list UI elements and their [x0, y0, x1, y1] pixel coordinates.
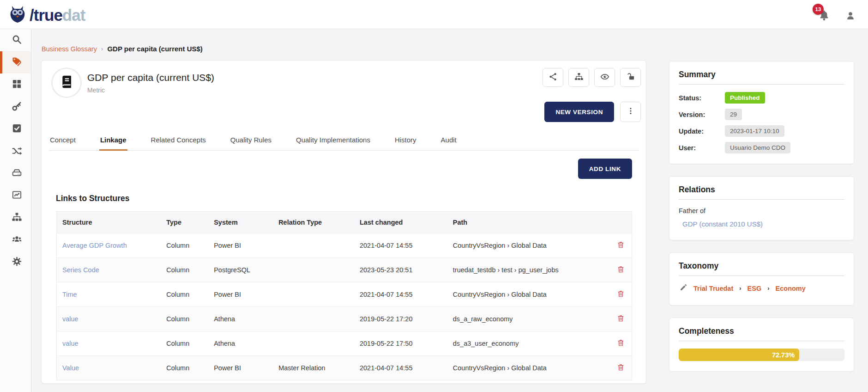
- nav-item-search[interactable]: [0, 29, 31, 51]
- share-button[interactable]: [542, 68, 563, 87]
- taxonomy-title: Taxonomy: [679, 261, 844, 276]
- table-row: Time Column Power BI 2021-04-07 14:55 Co…: [57, 282, 632, 307]
- notification-count-badge: 13: [813, 4, 824, 15]
- cell-type: Column: [161, 282, 208, 307]
- nav-item-quality[interactable]: [0, 118, 31, 140]
- watch-button[interactable]: [594, 68, 615, 87]
- nav-item-structures[interactable]: [0, 207, 31, 229]
- tab-history[interactable]: History: [394, 134, 417, 151]
- cell-type: Column: [161, 356, 208, 380]
- table-row: Series Code Column PostgreSQL 2023-05-23…: [57, 258, 632, 282]
- table-row: Average GDP Growth Column Power BI 2021-…: [57, 233, 632, 258]
- owl-logo-icon: [7, 3, 30, 27]
- left-nav-rail: [0, 29, 31, 392]
- nav-item-data-sources[interactable]: [0, 162, 31, 184]
- structure-link[interactable]: Value: [62, 364, 79, 372]
- delete-link-button[interactable]: [617, 314, 625, 324]
- share-icon: [549, 72, 558, 83]
- structure-link[interactable]: value: [62, 315, 78, 323]
- tab-linkage[interactable]: Linkage: [99, 134, 127, 151]
- delete-link-button[interactable]: [617, 338, 625, 349]
- col-actions: [611, 212, 632, 233]
- notifications-button[interactable]: 13: [818, 9, 832, 23]
- concept-title: GDP per capita (current US$): [87, 72, 214, 83]
- logo-text: /truedat: [30, 4, 85, 26]
- tab-quality-rules[interactable]: Quality Rules: [229, 134, 272, 151]
- shuffle-icon: [12, 145, 22, 158]
- truedat-logo[interactable]: /truedat: [7, 3, 85, 27]
- nav-item-access[interactable]: [0, 96, 31, 118]
- nav-item-users[interactable]: [0, 229, 31, 251]
- tab-audit[interactable]: Audit: [440, 134, 458, 151]
- book-icon: [59, 74, 74, 91]
- tab-quality-implementations[interactable]: Quality Implementations: [295, 134, 371, 151]
- concept-tabs: Concept Linkage Related Concepts Quality…: [49, 134, 639, 151]
- edit-taxonomy-button[interactable]: [680, 283, 687, 293]
- delete-link-button[interactable]: [617, 363, 625, 373]
- chart-line-icon: [12, 190, 22, 202]
- user-icon: [845, 15, 856, 23]
- version-badge: 29: [725, 109, 742, 120]
- user-label: User:: [679, 144, 725, 152]
- tab-concept[interactable]: Concept: [49, 134, 77, 151]
- trash-icon: [617, 244, 625, 251]
- user-badge: Usuario Demo CDO: [725, 142, 790, 153]
- relation-group-label: Father of: [679, 207, 844, 214]
- add-link-button[interactable]: ADD LINK: [578, 159, 632, 179]
- taxonomy-domain-link[interactable]: ESG: [747, 285, 762, 292]
- completeness-percent-label: 72.73%: [772, 351, 795, 359]
- user-menu-button[interactable]: [845, 10, 857, 22]
- completeness-progress-fill: 72.73%: [679, 349, 799, 361]
- cell-system: Athena: [208, 307, 273, 331]
- cell-relation-type: [273, 233, 354, 258]
- breadcrumb-parent-link[interactable]: Business Glossary: [42, 45, 97, 53]
- new-version-button[interactable]: NEW VERSION: [544, 102, 614, 122]
- cell-last-changed: 2019-05-22 17:50: [354, 331, 447, 356]
- cell-relation-type: [273, 307, 354, 331]
- structure-link[interactable]: Average GDP Growth: [62, 242, 127, 249]
- concept-avatar: [51, 67, 82, 98]
- nav-item-glossary[interactable]: [0, 51, 31, 74]
- confidential-toggle-button[interactable]: [620, 68, 641, 87]
- users-icon: [12, 234, 22, 246]
- taxonomy-separator: ›: [767, 285, 769, 292]
- nav-item-lineage[interactable]: [0, 140, 31, 162]
- cell-path: CountryVsRegion › Global Data: [447, 282, 612, 307]
- cell-type: Column: [161, 331, 208, 356]
- trash-icon: [617, 342, 625, 349]
- completeness-panel: Completeness 72.73%: [669, 318, 854, 372]
- cell-system: PostgreSQL: [208, 258, 273, 282]
- cell-last-changed: 2021-04-07 14:55: [354, 282, 447, 307]
- taxonomy-domain-link[interactable]: Trial Truedat: [693, 285, 733, 292]
- summary-panel: Summary Status: Published Version: 29 Up…: [669, 61, 854, 164]
- related-concept-link[interactable]: GDP (constant 2010 US$): [682, 220, 844, 228]
- col-path: Path: [447, 212, 612, 233]
- cell-path: truedat_testdb › test › pg_user_jobs: [447, 258, 612, 282]
- sitemap-icon: [574, 72, 584, 83]
- col-type: Type: [161, 212, 208, 233]
- nav-item-settings[interactable]: [0, 251, 31, 273]
- cell-system: Power BI: [208, 356, 273, 380]
- nav-item-analytics[interactable]: [0, 184, 31, 207]
- structure-link[interactable]: Time: [62, 291, 77, 298]
- completeness-progress-track: 72.73%: [679, 349, 844, 361]
- structure-link[interactable]: Series Code: [62, 266, 99, 274]
- gear-icon: [12, 256, 22, 269]
- status-badge: Published: [725, 92, 765, 104]
- taxonomy-domain-link[interactable]: Economy: [776, 285, 806, 292]
- links-section-title: Links to Structures: [56, 194, 129, 203]
- kebab-icon: [627, 107, 635, 117]
- more-actions-button[interactable]: [620, 102, 641, 122]
- search-icon: [12, 34, 22, 47]
- delete-link-button[interactable]: [617, 265, 625, 275]
- delete-link-button[interactable]: [617, 289, 625, 300]
- cell-path: CountryVsRegion › Global Data: [447, 356, 612, 380]
- version-label: Version:: [679, 111, 725, 118]
- delete-link-button[interactable]: [617, 240, 625, 251]
- structure-link[interactable]: value: [62, 340, 78, 347]
- nav-item-dashboards[interactable]: [0, 74, 31, 96]
- taxonomy-separator: ›: [739, 285, 741, 292]
- structure-view-button[interactable]: [568, 68, 589, 87]
- relations-panel: Relations Father of GDP (constant 2010 U…: [669, 176, 854, 240]
- tab-related-concepts[interactable]: Related Concepts: [150, 134, 207, 151]
